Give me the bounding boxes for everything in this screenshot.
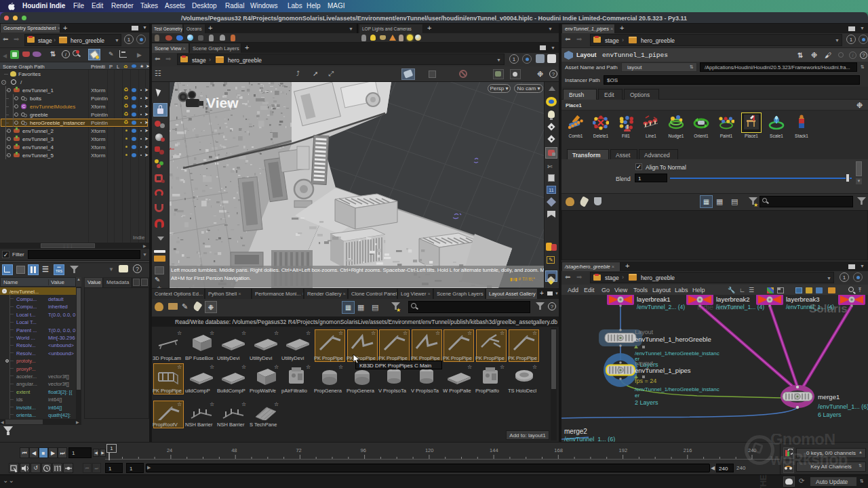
svg-text:/envTunnel_1... (4): /envTunnel_1... (4) <box>786 304 834 310</box>
svg-text:/envTunnel_1... (6): /envTunnel_1... (6) <box>564 436 615 442</box>
svg-text:merge1: merge1 <box>818 393 840 401</box>
svg-text:layerbreak2: layerbreak2 <box>716 296 750 303</box>
svg-text:192: 192 <box>619 447 628 453</box>
svg-text:144: 144 <box>490 447 498 453</box>
svg-text:layerbreak1: layerbreak1 <box>637 296 671 303</box>
svg-text:24: 24 <box>167 447 172 453</box>
svg-text:envTunnel_1_pipes: envTunnel_1_pipes <box>635 367 691 374</box>
svg-text:layerbreak3: layerbreak3 <box>786 296 820 303</box>
svg-text:/envTunnel_1/heroGreeble_insta: /envTunnel_1/heroGreeble_instanc <box>635 386 719 392</box>
svg-text:Layout: Layout <box>635 360 654 367</box>
svg-text:/envTunnel_1... (6): /envTunnel_1... (6) <box>818 403 868 410</box>
svg-text:envTunnel_1_heroGreeble: envTunnel_1_heroGreeble <box>635 336 711 343</box>
svg-text:merge2: merge2 <box>564 428 587 435</box>
svg-text:/envTunnel_1/heroGreeble_insta: /envTunnel_1/heroGreeble_instanc <box>635 350 719 357</box>
svg-text:96: 96 <box>361 447 366 453</box>
svg-text:fps = 24: fps = 24 <box>635 378 656 384</box>
svg-text:240: 240 <box>748 447 757 453</box>
svg-text:/envTunnel_2... (4): /envTunnel_2... (4) <box>637 304 685 310</box>
svg-text:Layout: Layout <box>635 329 654 336</box>
svg-text:168: 168 <box>554 447 563 453</box>
svg-text:View: View <box>206 95 239 110</box>
svg-text:120: 120 <box>425 447 434 453</box>
svg-text:2 Layers: 2 Layers <box>635 399 658 406</box>
svg-text:er: er <box>635 392 639 399</box>
svg-text:6 Layers: 6 Layers <box>818 411 842 418</box>
svg-text:48: 48 <box>231 447 237 453</box>
svg-text:72: 72 <box>296 447 301 453</box>
svg-text:216: 216 <box>684 447 692 453</box>
